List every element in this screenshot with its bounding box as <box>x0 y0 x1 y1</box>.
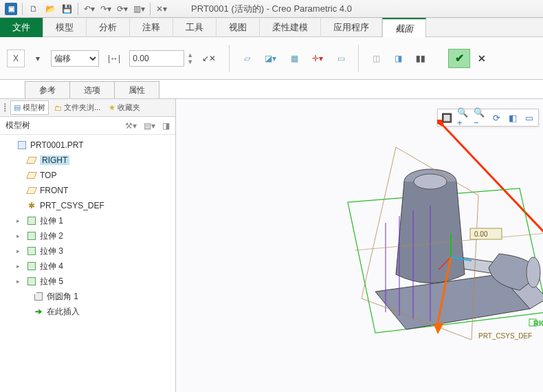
app-logo-icon: ▣ <box>5 3 17 15</box>
hatch-icon[interactable]: ◪▾ <box>260 50 281 67</box>
tab-file[interactable]: 文件 <box>0 18 43 37</box>
cancel-button[interactable]: ✕ <box>474 51 489 66</box>
windows-icon[interactable]: ▥▾ <box>133 3 145 15</box>
tab-tools[interactable]: 工具 <box>173 18 217 37</box>
tree-feature[interactable]: ▸拉伸 5 <box>4 274 175 289</box>
ribbon-tabs: 文件 模型 分析 注释 工具 视图 柔性建模 应用程序 截面 <box>0 18 543 37</box>
svg-text:0.00: 0.00 <box>474 230 488 238</box>
tree-feature[interactable]: ▸拉伸 3 <box>4 243 175 259</box>
svg-text:PRT_CSYS_DEF: PRT_CSYS_DEF <box>478 332 532 340</box>
sidebar-tab-fav[interactable]: ★收藏夹 <box>106 101 143 114</box>
tree-heading: 模型树 <box>5 120 30 131</box>
csys-display-icon[interactable]: ✛▾ <box>307 50 328 67</box>
dimension-icon[interactable]: |↔| <box>103 50 125 67</box>
viewport-3d[interactable]: 🔲 🔍+ 🔍− ⟳ ◧ ▭ <box>176 99 543 392</box>
flip-icon[interactable]: ↙︎✕ <box>197 50 221 67</box>
tree-csys[interactable]: PRT_CSYS_DEF <box>4 198 175 213</box>
tree-plane-front[interactable]: FRONT <box>4 183 175 198</box>
x-toggle[interactable]: X <box>7 50 25 67</box>
tab-flex[interactable]: 柔性建模 <box>260 18 321 37</box>
offset-value-input[interactable]: 0.00 <box>129 50 184 67</box>
dashboard-subtabs: 参考 选项 属性 <box>0 80 543 99</box>
window-icon[interactable]: ▭ <box>332 50 350 67</box>
regen-icon[interactable]: ⟳▾ <box>116 3 129 15</box>
grid-icon[interactable]: ▦ <box>285 50 303 67</box>
model-render: 0.00 PRT_CSYS_DEF RIGHT <box>258 120 543 381</box>
svg-point-7 <box>527 257 540 287</box>
tree-layout-icon[interactable]: ┋ <box>3 103 8 112</box>
undo-icon[interactable]: ↶▾ <box>83 3 96 15</box>
ribbon-content: X ▾ 偏移 |↔| 0.00 ▲▼ ↙︎✕ ▱ ◪▾ ▦ ✛▾ ▭ ◫ ◨ ▮… <box>0 37 543 80</box>
sidebar-tab-folder[interactable]: 🗀文件夹浏... <box>52 101 103 114</box>
window-title: PRT0001 (活动的) - Creo Parametric 4.0 <box>191 3 352 15</box>
tree-plane-right[interactable]: RIGHT <box>4 153 175 168</box>
pause-icon[interactable]: ▮▮ <box>411 50 430 67</box>
open-icon[interactable]: 📂 <box>44 3 56 15</box>
subtab-props[interactable]: 属性 <box>114 81 159 98</box>
new-icon[interactable]: 🗋 <box>27 3 40 15</box>
save-icon[interactable]: 💾 <box>60 3 73 15</box>
tree-chamfer[interactable]: 倒圆角 1 <box>4 289 175 304</box>
tree-feature[interactable]: ▸拉伸 4 <box>4 259 175 274</box>
close-icon[interactable]: ✕▾ <box>155 3 168 15</box>
tree-tool-filter-icon[interactable]: ▤▾ <box>144 121 155 131</box>
tab-apps[interactable]: 应用程序 <box>321 18 382 37</box>
subtab-options[interactable]: 选项 <box>69 81 115 98</box>
accept-button[interactable]: ✔ <box>448 49 470 68</box>
tree-feature[interactable]: ▸拉伸 2 <box>4 228 175 243</box>
tree-root[interactable]: PRT0001.PRT <box>4 138 175 153</box>
tab-annotate[interactable]: 注释 <box>130 18 173 37</box>
redo-icon[interactable]: ↷▾ <box>100 3 112 15</box>
preview-on-icon[interactable]: ◨ <box>389 50 407 67</box>
sidebar-tab-model-tree[interactable]: ▤模型树 <box>10 100 49 115</box>
offset-type-select[interactable]: 偏移 <box>51 50 99 67</box>
tree-insert-here[interactable]: 在此插入 <box>4 304 175 319</box>
dropdown-small-icon[interactable]: ▾ <box>29 50 47 67</box>
plane-display-icon[interactable]: ▱ <box>238 50 256 67</box>
tree-feature[interactable]: ▸拉伸 1 <box>4 213 175 228</box>
model-tree: PRT0001.PRT RIGHT TOP FRONT PRT_CSYS_DEF… <box>0 135 175 392</box>
tree-tool-settings-icon[interactable]: ⚒▾ <box>125 121 137 131</box>
sidebar: ┋ ▤模型树 🗀文件夹浏... ★收藏夹 模型树 ⚒▾ ▤▾ ◨ PRT0001… <box>0 99 176 392</box>
tab-analysis[interactable]: 分析 <box>87 18 130 37</box>
tab-model[interactable]: 模型 <box>43 18 87 37</box>
tree-tool-show-icon[interactable]: ◨ <box>162 121 170 131</box>
preview-off-icon[interactable]: ◫ <box>367 50 385 67</box>
tree-plane-top[interactable]: TOP <box>4 168 175 183</box>
subtab-ref[interactable]: 参考 <box>25 81 70 98</box>
tab-section[interactable]: 截面 <box>382 18 426 37</box>
tab-view[interactable]: 视图 <box>217 18 260 37</box>
svg-point-6 <box>414 174 447 189</box>
